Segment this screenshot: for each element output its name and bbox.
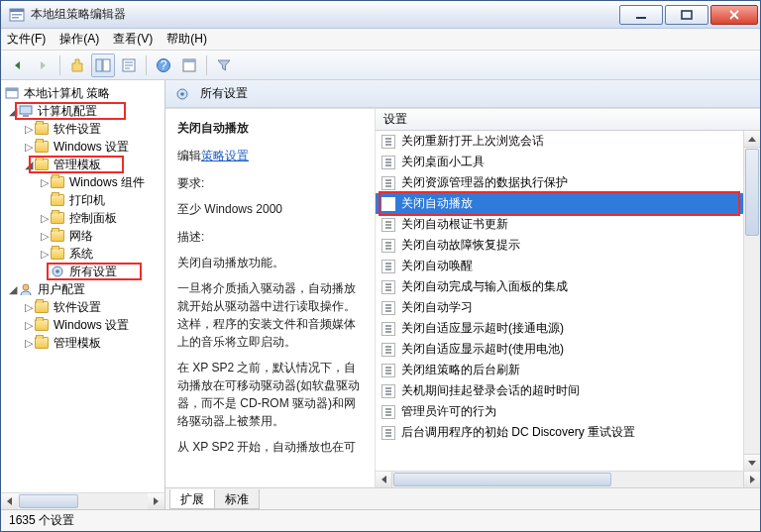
list-item[interactable]: 关闭自动故障恢复提示 [376, 235, 760, 256]
scrollbar-v[interactable] [743, 131, 760, 471]
settings-icon [51, 265, 64, 278]
list-item[interactable]: 关闭自动完成与输入面板的集成 [376, 276, 760, 297]
folder-icon [35, 337, 49, 349]
statusbar: 1635 个设置 [1, 509, 760, 531]
list-rows[interactable]: 关闭重新打开上次浏览会话关闭桌面小工具关闭资源管理器的数据执行保护关闭自动播放关… [376, 131, 760, 471]
expand-icon[interactable]: ▷ [23, 123, 35, 136]
scroll-thumb[interactable] [745, 149, 759, 236]
forward-button[interactable] [31, 53, 54, 77]
expand-icon[interactable]: ▷ [23, 319, 35, 332]
app-icon [9, 7, 25, 23]
tree-control-panel[interactable]: ▷控制面板 [3, 209, 163, 227]
tab-standard[interactable]: 标准 [214, 489, 260, 509]
list-item[interactable]: 关闭自动学习 [376, 297, 760, 318]
scroll-down-icon[interactable] [744, 454, 760, 471]
menu-file[interactable]: 文件(F) [7, 31, 46, 48]
svg-rect-16 [23, 115, 29, 117]
back-button[interactable] [5, 53, 29, 77]
menu-view[interactable]: 查看(V) [113, 31, 153, 48]
content-header: 所有设置 [165, 80, 760, 108]
tree-printers[interactable]: 打印机 [3, 191, 163, 209]
up-button[interactable] [65, 53, 89, 77]
computer-icon [19, 104, 33, 118]
scroll-thumb[interactable] [19, 494, 78, 508]
scroll-right-icon[interactable] [743, 472, 760, 487]
tree-windows-components[interactable]: ▷Windows 组件 [3, 173, 163, 191]
svg-rect-1 [10, 9, 24, 12]
menu-help[interactable]: 帮助(H) [166, 31, 207, 48]
list-item-label: 管理员许可的行为 [401, 403, 496, 420]
edit-policy-link[interactable]: 策略设置 [201, 149, 249, 162]
menu-action[interactable]: 操作(A) [59, 31, 99, 48]
tree-system[interactable]: ▷系统 [3, 245, 163, 263]
list-item[interactable]: 关闭自动根证书更新 [376, 214, 760, 235]
list-item[interactable]: 关闭桌面小工具 [376, 152, 760, 172]
tab-extended[interactable]: 扩展 [169, 489, 215, 509]
tree-scroll-h[interactable] [1, 492, 164, 509]
tree-user-config[interactable]: ◢用户配置 [3, 280, 163, 298]
expand-icon[interactable]: ◢ [23, 159, 35, 171]
tree-user-admin[interactable]: ▷管理模板 [3, 334, 163, 352]
policy-item-icon [381, 156, 395, 169]
expand-icon[interactable]: ▷ [39, 212, 51, 225]
list-item[interactable]: 关闭重新打开上次浏览会话 [376, 131, 760, 152]
toolbar-separator [146, 55, 147, 75]
help-button[interactable]: ? [152, 53, 175, 77]
tree-user-software[interactable]: ▷软件设置 [3, 298, 163, 316]
maximize-button[interactable] [665, 5, 708, 25]
scroll-thumb[interactable] [393, 473, 611, 486]
scroll-right-icon[interactable] [148, 493, 164, 509]
svg-rect-2 [12, 14, 22, 16]
expand-icon[interactable]: ▷ [23, 141, 35, 154]
expand-icon[interactable]: ▷ [23, 337, 35, 350]
list-item[interactable]: 关闭自适应显示超时(接通电源) [376, 318, 760, 339]
export-button[interactable] [117, 53, 141, 77]
tree-computer-config[interactable]: ◢ 计算机配置 [3, 102, 163, 120]
close-button[interactable] [710, 5, 758, 25]
expand-icon[interactable]: ◢ [7, 283, 19, 296]
svg-rect-12 [183, 59, 195, 62]
toolbar: ? [1, 51, 760, 80]
svg-rect-7 [103, 59, 110, 71]
settings-list: 设置 关闭重新打开上次浏览会话关闭桌面小工具关闭资源管理器的数据执行保护关闭自动… [376, 109, 760, 487]
user-icon [19, 282, 33, 296]
tree-admin-templates[interactable]: ◢管理模板 [3, 156, 163, 173]
scroll-left-icon[interactable] [376, 472, 392, 487]
list-item[interactable]: 关闭自适应显示超时(使用电池) [376, 339, 760, 360]
scroll-left-icon[interactable] [1, 493, 18, 509]
policy-item-icon [381, 426, 395, 440]
list-item[interactable]: 关闭自动播放 [376, 193, 760, 214]
minimize-button[interactable] [619, 5, 663, 25]
tree-windows-settings[interactable]: ▷Windows 设置 [3, 138, 163, 156]
tree-pane[interactable]: 本地计算机 策略 ◢ 计算机配置 ▷软件设置 ▷Windows 设置 ◢管理模板… [1, 80, 165, 492]
scrollbar-h[interactable] [376, 471, 760, 487]
expand-icon[interactable]: ▷ [23, 301, 35, 314]
tree-root[interactable]: 本地计算机 策略 [3, 84, 163, 102]
tree-all-settings[interactable]: 所有设置 [3, 263, 163, 280]
policy-item-icon [381, 280, 395, 294]
expand-icon[interactable]: ▷ [39, 248, 51, 261]
show-tree-button[interactable] [91, 53, 115, 77]
scroll-up-icon[interactable] [744, 131, 760, 148]
list-item[interactable]: 关闭自动唤醒 [376, 256, 760, 276]
policy-item-icon [381, 301, 395, 315]
expand-icon[interactable]: ▷ [39, 230, 51, 243]
list-item[interactable]: 后台调用程序的初始 DC Discovery 重试设置 [376, 422, 760, 443]
content-title: 所有设置 [200, 85, 248, 102]
list-item[interactable]: 关闭组策略的后台刷新 [376, 360, 760, 380]
list-item[interactable]: 关机期间挂起登录会话的超时时间 [376, 380, 760, 401]
tree-software-settings[interactable]: ▷软件设置 [3, 120, 163, 138]
properties-button[interactable] [177, 53, 201, 77]
list-item[interactable]: 管理员许可的行为 [376, 401, 760, 422]
menubar: 文件(F) 操作(A) 查看(V) 帮助(H) [1, 29, 760, 51]
list-item-label: 关闭自动学习 [401, 299, 473, 316]
tree-network[interactable]: ▷网络 [3, 227, 163, 245]
filter-button[interactable] [212, 53, 236, 77]
expand-icon[interactable]: ▷ [39, 176, 51, 189]
list-item[interactable]: 关闭资源管理器的数据执行保护 [376, 172, 760, 193]
tree-user-windows[interactable]: ▷Windows 设置 [3, 316, 163, 334]
column-header[interactable]: 设置 [376, 109, 760, 131]
list-item-label: 关闭自适应显示超时(使用电池) [401, 341, 564, 358]
folder-icon [35, 301, 49, 313]
expand-icon[interactable]: ◢ [7, 105, 19, 118]
